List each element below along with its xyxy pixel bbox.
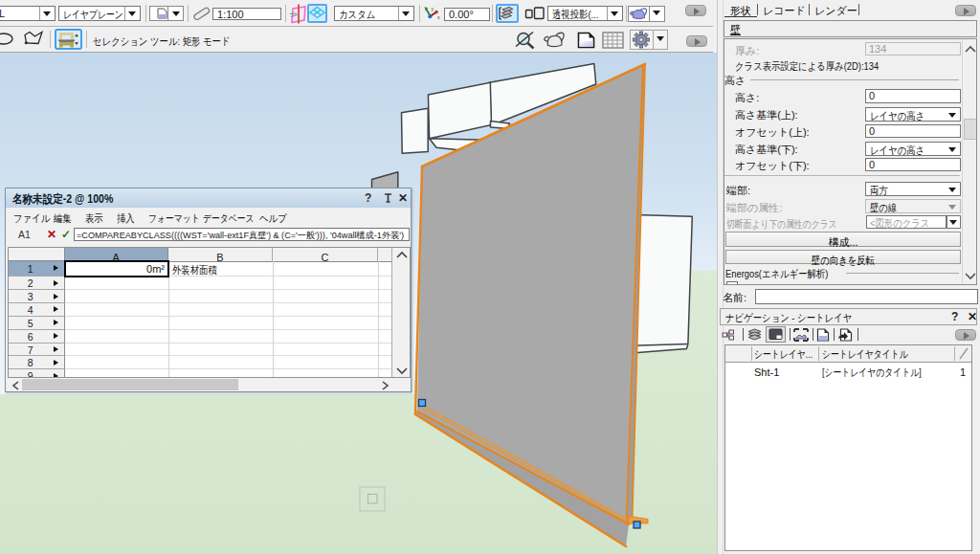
svg-text:y: y <box>432 6 434 11</box>
svg-text:x: x <box>437 14 440 20</box>
